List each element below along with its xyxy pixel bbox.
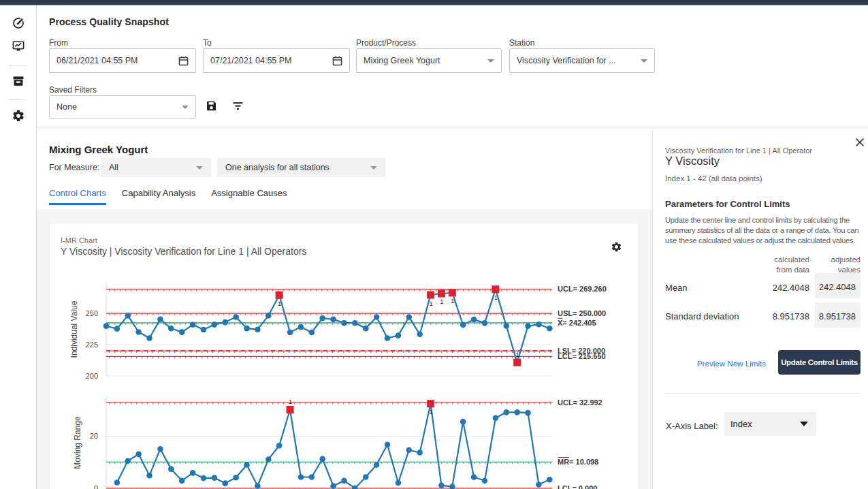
to-label: To [203, 38, 212, 48]
svg-text:225: 225 [86, 341, 98, 349]
save-filter-button[interactable] [203, 99, 219, 115]
monitor-chart-icon [12, 40, 25, 56]
calendar-icon[interactable] [178, 56, 189, 66]
svg-text:1: 1 [440, 298, 443, 305]
product-process-label: Product/Process [356, 38, 416, 48]
saved-filters-label: Saved Filters [49, 85, 97, 95]
save-floppy-icon [206, 100, 217, 114]
svg-text:UCL= 32.992: UCL= 32.992 [558, 398, 602, 407]
measure-select[interactable]: All [101, 158, 211, 177]
svg-text:1: 1 [278, 300, 281, 307]
to-datetime-input[interactable]: 07/21/2021 04:55 PM [203, 48, 350, 73]
mean-calculated-value: 242.4048 [748, 283, 809, 293]
saved-filters-select[interactable]: None [49, 95, 196, 119]
svg-text:UCL= 269.260: UCL= 269.260 [558, 285, 607, 293]
svg-text:X= 242.405: X= 242.405 [558, 319, 596, 327]
panel-context: Viscosity Verification for Line 1 | All … [665, 146, 856, 155]
product-process-value: Mixing Greek Yogurt [364, 56, 487, 65]
caret-down-icon [800, 422, 808, 426]
svg-text:Individual Value: Individual Value [69, 300, 79, 358]
svg-text:1: 1 [429, 408, 432, 415]
archive-icon [12, 74, 25, 91]
svg-text:Moving Range: Moving Range [73, 416, 82, 469]
for-measure-label: For Measure: [49, 163, 99, 172]
product-process-select[interactable]: Mixing Greek Yogurt [356, 48, 502, 73]
close-icon[interactable] [854, 137, 865, 148]
filter-section: Process Quality Snapshot From 06/21/2021… [37, 5, 868, 127]
mean-row-label: Mean [665, 283, 688, 293]
tab-assignable-causes[interactable]: Assignable Causes [211, 188, 287, 205]
svg-text:LCL= 0.000: LCL= 0.000 [558, 484, 597, 489]
svg-text:1: 1 [429, 300, 432, 307]
svg-text:LCL= 215.550: LCL= 215.550 [558, 352, 606, 360]
x-axis-select[interactable]: Index [724, 412, 816, 436]
stddev-calculated-value: 8.951738 [748, 311, 809, 321]
app-root: Process Quality Snapshot From 06/21/2021… [0, 0, 868, 489]
filter-button[interactable] [229, 99, 246, 115]
panel-index-range: Index 1 - 42 (all data points) [665, 174, 762, 183]
to-datetime-value: 07/21/2021 04:55 PM [210, 56, 332, 65]
saved-filters-value: None [57, 102, 182, 112]
x-axis-label: X-Axis Label: [666, 421, 718, 431]
station-value: Viscosity Verification for ... [517, 56, 641, 65]
filter-lines-icon [232, 100, 244, 114]
preview-new-limits-link[interactable]: Preview New Limits [697, 359, 766, 368]
sidebar [0, 5, 37, 489]
x-axis-value: Index [730, 419, 800, 429]
panel-description: Update the center line and control limit… [665, 215, 858, 246]
panel-divider [665, 393, 861, 394]
tab-capability-analysis[interactable]: Capability Analysis [122, 188, 195, 205]
sidebar-divider [9, 65, 27, 66]
col-header-adjusted: adjustedvalues [799, 255, 861, 274]
station-select[interactable]: Viscosity Verification for ... [509, 48, 655, 73]
svg-text:0: 0 [94, 484, 98, 489]
from-datetime-value: 06/21/2021 04:55 PM [57, 56, 178, 65]
sidebar-divider [9, 99, 27, 100]
stddev-row-label: Standard deviation [665, 311, 739, 321]
sidebar-item-archive[interactable] [10, 74, 27, 91]
page-title: Process Quality Snapshot [49, 16, 169, 27]
svg-text:1: 1 [494, 294, 498, 301]
svg-text:MR= 10.098: MR= 10.098 [558, 458, 598, 466]
mean-adjusted-input[interactable]: 242.4048 [815, 273, 861, 298]
calendar-icon[interactable] [332, 56, 342, 66]
station-label: Station [509, 38, 534, 48]
svg-text:20: 20 [90, 432, 98, 440]
chevron-down-icon [196, 166, 203, 170]
tab-control-charts[interactable]: Control Charts [49, 188, 106, 205]
control-limits-panel: Viscosity Verification for Line 1 | All … [654, 128, 868, 489]
tab-bar: Control Charts Capability Analysis Assig… [49, 188, 303, 205]
panel-section-title: Parameters for Control Limits [665, 199, 790, 209]
svg-text:200: 200 [86, 372, 98, 380]
svg-text:1: 1 [451, 297, 454, 304]
sidebar-item-dashboard[interactable] [10, 15, 27, 33]
chevron-down-icon [370, 166, 377, 170]
analysis-select[interactable]: One analysis for all stations [217, 158, 385, 177]
top-navbar [0, 0, 868, 5]
svg-text:USL= 250.000: USL= 250.000 [558, 309, 606, 317]
svg-text:250: 250 [86, 309, 98, 317]
measure-value: All [109, 163, 196, 172]
product-section-title: Mixing Greek Yogurt [49, 144, 148, 155]
from-datetime-input[interactable]: 06/21/2021 04:55 PM [49, 48, 196, 73]
svg-text:1: 1 [289, 398, 292, 405]
chevron-down-icon [641, 59, 647, 63]
panel-title: Y Viscosity [665, 155, 720, 168]
gear-icon [12, 109, 25, 125]
speedometer-icon [12, 16, 25, 32]
chevron-down-icon [487, 59, 494, 63]
sidebar-item-analysis[interactable] [10, 39, 27, 57]
imr-chart-plot[interactable]: 250225200Individual ValueUCL= 269.260USL… [50, 232, 640, 489]
imr-chart-card: I-MR Chart Y Viscosity | Viscosity Verif… [49, 223, 639, 489]
analysis-value: One analysis for all stations [225, 163, 370, 172]
chevron-down-icon [182, 106, 189, 109]
stddev-adjusted-input[interactable]: 8.951738 [815, 302, 861, 328]
sidebar-item-settings[interactable] [10, 108, 27, 126]
svg-text:1: 1 [515, 351, 519, 358]
from-label: From [49, 38, 68, 48]
update-control-limits-button[interactable]: Update Control Limits [778, 350, 861, 375]
